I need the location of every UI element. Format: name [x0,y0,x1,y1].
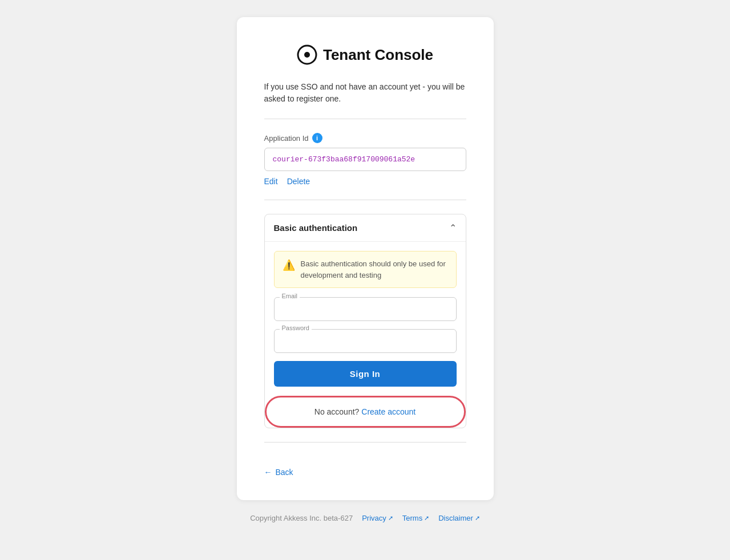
svg-point-1 [304,52,310,58]
back-link[interactable]: ← Back [264,468,293,477]
sign-in-button[interactable]: Sign In [274,361,457,387]
page-title: Tenant Console [323,46,433,64]
warning-text: Basic authentication should only be used… [301,258,448,281]
email-input[interactable] [274,297,457,321]
delete-link[interactable]: Delete [287,177,310,186]
privacy-external-icon: ➚ [388,514,393,522]
footer: Copyright Akkess Inc. beta-627 Privacy ➚… [250,514,480,522]
app-id-label: Application Id i [264,133,466,143]
back-arrow-icon: ← [264,468,272,477]
copyright-text: Copyright Akkess Inc. beta-627 [250,514,353,522]
no-account-row: No account? Create account [269,398,461,425]
warning-triangle-icon: ⚠️ [283,259,295,271]
basic-auth-body: ⚠️ Basic authentication should only be u… [265,241,466,396]
basic-auth-title: Basic authentication [274,223,358,233]
password-input-group: Password [274,329,457,353]
akkess-logo-icon [297,44,317,65]
password-input[interactable] [274,329,457,353]
app-id-info-icon[interactable]: i [312,133,322,143]
privacy-link[interactable]: Privacy ➚ [362,514,393,522]
terms-external-icon: ➚ [424,514,429,522]
terms-link[interactable]: Terms ➚ [402,514,429,522]
sso-description: If you use SSO and not have an account y… [264,81,466,105]
no-account-text: No account? [314,407,360,416]
logo-area: Tenant Console [264,44,466,65]
app-id-value: courier-673f3baa68f917009061a52e [264,148,466,171]
edit-link[interactable]: Edit [264,177,278,186]
disclaimer-external-icon: ➚ [475,514,480,522]
basic-auth-header[interactable]: Basic authentication ⌃ [265,214,466,241]
divider-3 [264,442,466,443]
divider-1 [264,119,466,119]
chevron-up-icon: ⌃ [449,222,457,233]
email-input-group: Email [274,297,457,321]
divider-2 [264,200,466,200]
action-links: Edit Delete [264,177,466,186]
disclaimer-link[interactable]: Disclaimer ➚ [438,514,480,522]
no-account-container: No account? Create account [265,396,466,428]
password-label: Password [280,324,312,331]
email-label: Email [280,293,300,299]
create-account-link[interactable]: Create account [361,407,416,416]
main-card: Tenant Console If you use SSO and not ha… [237,17,494,500]
basic-auth-section: Basic authentication ⌃ ⚠️ Basic authenti… [264,214,466,428]
warning-box: ⚠️ Basic authentication should only be u… [274,251,457,288]
